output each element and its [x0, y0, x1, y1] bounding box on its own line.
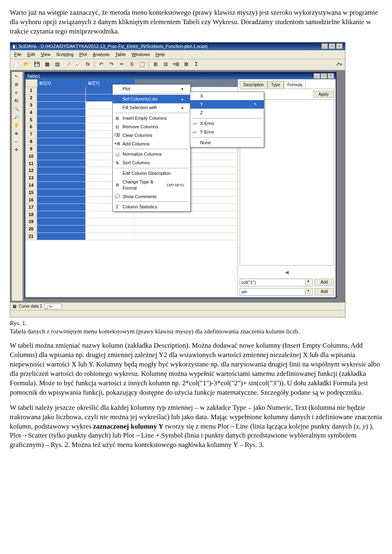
add-function-button[interactable]: Add: [314, 288, 334, 295]
col-icon5[interactable]: Σ: [192, 60, 201, 69]
table-row[interactable]: 21: [25, 233, 238, 240]
cut-icon[interactable]: ✂: [117, 60, 126, 69]
col-icon3[interactable]: +⊞: [172, 60, 180, 69]
app-icon: ◧: [13, 43, 17, 49]
matrix-icon[interactable]: ▤: [53, 60, 62, 69]
function-combo[interactable]: sin▾: [240, 288, 313, 296]
tab-description[interactable]: Description: [240, 81, 267, 89]
ctx-insert-empty-columns[interactable]: ⊞Insert Empty Columns: [113, 114, 190, 123]
open-icon[interactable]: 📂: [22, 60, 31, 69]
status-mini-window[interactable]: _□×: [45, 304, 62, 309]
paste-icon[interactable]: 📋: [138, 60, 147, 69]
menu-view[interactable]: View: [38, 51, 53, 58]
tab-type[interactable]: Type: [267, 81, 284, 89]
intro-paragraph: Warto już na wstępie zaznaczyć, że metod…: [10, 8, 382, 36]
sub-z[interactable]: Z: [190, 109, 264, 117]
text-tool-icon[interactable]: A|: [13, 97, 20, 105]
note-icon[interactable]: 📝: [63, 60, 72, 69]
ctx-column-statistics[interactable]: ΣColumn Statistics: [113, 203, 190, 211]
context-menu: Plot▸ Set Column(s) As▸ Fill Selection w…: [112, 84, 191, 212]
ctx-change-type[interactable]: ⚙Change Type & FormatCtrl+Alt+O: [113, 178, 190, 192]
type-icon: ⚙: [114, 182, 120, 188]
collapse-arrow-icon[interactable]: ◂: [240, 267, 334, 277]
ctx-sort-columns[interactable]: ⇅Sort Columns: [113, 159, 190, 167]
sub-x[interactable]: X: [190, 92, 264, 101]
menu-edit[interactable]: Edit: [25, 51, 38, 58]
expand-icon[interactable]: ↗»: [334, 60, 343, 69]
zoom-out-icon[interactable]: 🔎: [13, 114, 20, 121]
xerror-icon: ⊶: [192, 121, 198, 127]
figure-caption: Rys. 1.Tabela danych z rozwiniętym menu …: [10, 319, 382, 336]
cross-icon[interactable]: ✢: [13, 146, 20, 154]
column-header-1[interactable]: ⊞1[X]: [38, 79, 86, 87]
status-text: Curve data 1: [19, 304, 42, 309]
sub-x-error[interactable]: ⊶X Error: [190, 119, 264, 128]
tab-formula[interactable]: Formula: [284, 81, 306, 89]
ctx-add-columns[interactable]: +⊞Add Columns: [113, 140, 190, 148]
arrow-tool-icon[interactable]: ↖: [13, 73, 20, 80]
ctx-remove-columns[interactable]: ⊟Remove Columns: [113, 123, 190, 131]
move-icon[interactable]: ↔: [13, 138, 20, 145]
table-row[interactable]: 20: [25, 226, 238, 233]
screenshot-scidavis: ◧ SciDAVis - D:/HOZA/DYDAKTYKA/2012-13_P…: [10, 42, 345, 317]
col-icon4[interactable]: ⊠: [182, 60, 191, 69]
sub-y-error[interactable]: ⊷Y Error: [190, 128, 264, 136]
menu-analysis[interactable]: Analysis: [90, 51, 112, 58]
comment-icon: 💬: [114, 194, 120, 199]
plot-icon[interactable]: 📈: [73, 60, 82, 69]
subwindow-title: Table1: [27, 73, 40, 79]
sub-y[interactable]: Y↖: [190, 100, 264, 109]
minimize-button[interactable]: _: [321, 43, 328, 49]
add-column-button[interactable]: Add: [314, 279, 334, 286]
toolbar: 📄 📂 💾 ▦ ▤ 📝 📈 fx ↶ ↷ ✂ ⎘ 📋 ⊞ ⊟ +⊞ ⊠ Σ ↗»: [10, 59, 345, 70]
chart-tool-icon[interactable]: ⊞: [13, 81, 20, 88]
ctx-show-comments[interactable]: 💬Show Comments: [113, 192, 190, 201]
bottom-status: [10, 310, 345, 317]
pan-icon[interactable]: ✋: [13, 122, 20, 129]
menu-scripting[interactable]: Scripting: [53, 51, 76, 58]
cursor-icon: ↖: [254, 101, 257, 107]
sub-none[interactable]: None: [190, 138, 264, 147]
menu-file[interactable]: File: [12, 51, 24, 58]
status-curve-icon: ▦: [13, 304, 16, 309]
copy-icon[interactable]: ⎘: [127, 60, 136, 69]
ctx-fill-selection[interactable]: Fill Selection with▸: [113, 103, 190, 112]
ctx-normalize-columns[interactable]: 📊Normalize Columns: [113, 150, 190, 159]
line-tool-icon[interactable]: ≡: [13, 89, 20, 96]
table-row[interactable]: 19: [25, 218, 238, 226]
table-icon[interactable]: ▦: [42, 60, 51, 69]
maximize-button[interactable]: □: [329, 43, 335, 49]
menu-plot[interactable]: Plot: [77, 51, 89, 58]
save-icon[interactable]: 💾: [32, 60, 41, 69]
col-icon2[interactable]: ⊟: [161, 60, 170, 69]
undo-icon[interactable]: ↶: [97, 60, 106, 69]
ctx-edit-description[interactable]: Edit Column Description: [113, 169, 190, 178]
menu-bar: File Edit View Scripting Plot Analysis T…: [10, 50, 345, 59]
side-toolbar: ↖ ⊞ ≡ A| 🔍 🔎 ✋ ⊕ ↔ ✢: [12, 72, 23, 301]
ctx-clear-columns[interactable]: ⌫Clear Columns: [113, 131, 190, 140]
window-title: SciDAVis - D:/HOZA/DYDAKTYKA/2012-13_Pra…: [18, 43, 207, 49]
redo-icon[interactable]: ↷: [107, 60, 116, 69]
apply-button[interactable]: Apply: [313, 91, 334, 98]
paragraph-3: W tabeli należy jeszcze określić dla każ…: [10, 403, 382, 450]
menu-windows[interactable]: Windows: [129, 51, 152, 58]
sub-maximize-button[interactable]: □: [321, 73, 327, 79]
column-combo[interactable]: col("1")▾: [240, 279, 313, 286]
table-row[interactable]: 18: [25, 211, 238, 219]
close-button[interactable]: ×: [336, 43, 343, 49]
fx-icon[interactable]: fx: [83, 60, 92, 69]
sub-close-button[interactable]: ×: [327, 73, 334, 79]
col-icon1[interactable]: ⊞: [151, 60, 160, 69]
menu-table[interactable]: Table: [113, 51, 128, 58]
submenu-set-column: X Y↖ Z ⊶X Error ⊷Y Error None: [190, 92, 264, 147]
sub-minimize-button[interactable]: _: [314, 73, 320, 79]
mdi-area: ↖ ⊞ ≡ A| 🔍 🔎 ✋ ⊕ ↔ ✢ Table1 _ □ ×: [10, 70, 345, 302]
ctx-set-columns-as[interactable]: Set Column(s) As▸: [113, 95, 190, 103]
ctx-plot[interactable]: Plot▸: [113, 85, 190, 93]
yerror-icon: ⊷: [192, 130, 198, 135]
menu-help[interactable]: Help: [153, 51, 167, 58]
target-icon[interactable]: ⊕: [13, 130, 20, 137]
zoom-in-icon[interactable]: 🔍: [13, 105, 20, 113]
stats-icon: Σ: [114, 204, 120, 210]
new-icon[interactable]: 📄: [12, 60, 21, 69]
